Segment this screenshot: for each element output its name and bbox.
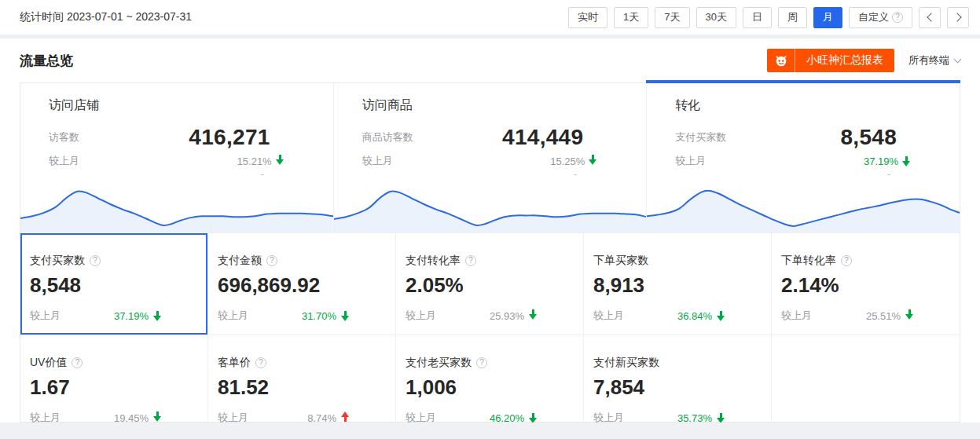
stat-time-label: 统计时间 2023-07-01 ~ 2023-07-31 <box>20 10 192 24</box>
compare-label: 较上月 <box>30 309 61 323</box>
range-button-1day[interactable]: 1天 <box>614 7 648 28</box>
metric-value: 1,006 <box>406 377 583 397</box>
metric-cell-avg-order-value[interactable]: 客单价 81.52 较上月 8.74% <box>208 335 396 421</box>
arrow-down-icon <box>902 156 911 166</box>
terminal-select[interactable]: 所有终端 <box>908 53 960 68</box>
chevron-down-icon <box>954 55 962 63</box>
metric-cell-pay-amount[interactable]: 支付金额 696,869.92 较上月 31.70% <box>208 233 396 335</box>
metric-name: 客单价 <box>218 356 251 370</box>
robot-icon <box>767 49 795 72</box>
card-title: 访问店铺 <box>49 97 333 114</box>
change-percent: 15.21% <box>237 155 272 167</box>
summary-report-label: 小旺神汇总报表 <box>795 53 894 68</box>
metric-value: 2.14% <box>781 275 960 295</box>
help-icon[interactable] <box>90 255 101 266</box>
summary-report-button[interactable]: 小旺神汇总报表 <box>767 49 894 72</box>
metric-cell-pay-conversion[interactable]: 支付转化率 2.05% 较上月 25.93% <box>396 233 584 335</box>
arrow-down-icon <box>905 309 914 320</box>
change-percent: 15.25% <box>550 155 585 167</box>
metric-cell-old-buyers[interactable]: 支付老买家数 1,006 较上月 46.20% <box>396 335 584 421</box>
metric-name: 下单转化率 <box>781 254 836 268</box>
page-background-strip <box>0 423 980 439</box>
metric-label: 支付买家数 <box>675 130 726 145</box>
help-icon[interactable] <box>841 255 852 266</box>
compare-label: 较上月 <box>49 154 79 168</box>
arrow-down-icon <box>153 311 162 321</box>
compare-label: 较上月 <box>406 309 436 323</box>
metric-label: 商品访客数 <box>362 130 413 145</box>
range-button-month[interactable]: 月 <box>813 7 842 28</box>
metric-name: 下单买家数 <box>593 254 648 268</box>
metric-cell-order-conversion[interactable]: 下单转化率 2.14% 较上月 25.51% <box>772 233 960 335</box>
range-button-custom[interactable]: 自定义 <box>849 7 912 28</box>
product-visits-sparkline <box>334 176 647 232</box>
metric-value: 81.52 <box>218 377 395 397</box>
change-percent: 37.19% <box>114 310 149 322</box>
metric-value: 8,548 <box>30 275 207 295</box>
compare-label: 较上月 <box>218 309 248 323</box>
metric-name: 支付金额 <box>218 254 262 268</box>
page-title: 流量总览 <box>20 52 73 70</box>
next-period-button[interactable] <box>947 7 969 28</box>
card-title: 访问商品 <box>362 97 647 114</box>
help-icon[interactable] <box>465 255 476 266</box>
compare-label: 较上月 <box>593 309 624 323</box>
metric-name: 支付新买家数 <box>593 356 659 370</box>
section-header: 流量总览 小旺神汇总报表 所有终端 <box>0 38 980 82</box>
metric-value: 696,869.92 <box>218 275 395 295</box>
card-conversion[interactable]: 转化 支付买家数 8,548 较上月 37.19% - <box>647 83 960 232</box>
arrow-down-icon <box>529 309 538 320</box>
metric-cell-uv-value[interactable]: UV价值 1.67 较上月 19.45% <box>20 335 208 421</box>
range-button-realtime[interactable]: 实时 <box>568 7 607 28</box>
conversion-sparkline <box>647 176 960 232</box>
metric-value: 7,854 <box>593 377 771 397</box>
metric-name: UV价值 <box>30 356 67 370</box>
arrow-down-icon <box>717 413 725 423</box>
compare-label: 较上月 <box>675 154 706 168</box>
help-icon[interactable] <box>255 357 266 368</box>
metric-grid: 支付买家数 8,548 较上月 37.19% 支付金额 696,869.92 较… <box>20 233 960 421</box>
arrow-down-icon <box>341 311 350 321</box>
card-visit-product[interactable]: 访问商品 商品访客数 414,449 较上月 15.25% - <box>334 83 648 232</box>
arrow-down-icon <box>276 155 284 165</box>
change-percent: 36.84% <box>677 310 712 322</box>
range-button-day[interactable]: 日 <box>743 7 772 28</box>
metric-value: 2.05% <box>406 275 583 295</box>
terminal-select-value: 所有终端 <box>908 53 949 68</box>
card-title: 转化 <box>675 97 960 114</box>
metric-cell-new-buyers[interactable]: 支付新买家数 7,854 较上月 35.73% <box>584 335 772 421</box>
change-percent: 25.51% <box>866 310 901 322</box>
metric-name: 支付买家数 <box>30 254 85 268</box>
metric-value: 414,449 <box>502 126 646 148</box>
help-icon[interactable] <box>476 357 487 368</box>
arrow-down-icon <box>529 413 538 423</box>
metric-cell-pay-buyers[interactable]: 支付买家数 8,548 较上月 37.19% <box>20 233 208 335</box>
prev-period-button[interactable] <box>919 7 941 28</box>
range-button-30day[interactable]: 30天 <box>696 7 736 28</box>
overview-cards: 访问店铺 访客数 416,271 较上月 15.21% - <box>20 83 960 233</box>
help-icon[interactable] <box>72 357 83 368</box>
metric-value: 8,913 <box>593 275 771 295</box>
change-percent: 31.70% <box>302 310 336 322</box>
range-button-7day[interactable]: 7天 <box>655 7 689 28</box>
chevron-right-icon <box>952 13 961 21</box>
chevron-left-icon <box>927 13 935 21</box>
change-percent: 25.93% <box>490 310 524 322</box>
arrow-down-icon <box>717 311 725 321</box>
traffic-overview-panel: 访问店铺 访客数 416,271 较上月 15.21% - <box>20 82 960 423</box>
range-button-week[interactable]: 周 <box>778 7 807 28</box>
header-actions: 小旺神汇总报表 所有终端 <box>767 49 960 72</box>
metric-name: 支付转化率 <box>406 254 461 268</box>
card-visit-shop[interactable]: 访问店铺 访客数 416,271 较上月 15.21% - <box>20 83 334 232</box>
help-icon <box>892 12 903 23</box>
compare-label: 较上月 <box>362 154 393 168</box>
arrow-down-icon <box>153 412 162 422</box>
compare-label: 较上月 <box>781 309 812 323</box>
metric-cell-empty <box>772 335 960 421</box>
help-icon[interactable] <box>266 255 277 266</box>
metric-value: 1.67 <box>30 377 207 397</box>
metric-cell-order-buyers[interactable]: 下单买家数 8,913 较上月 36.84% <box>584 233 772 335</box>
arrow-down-icon <box>589 155 597 165</box>
metric-name: 支付老买家数 <box>406 356 472 370</box>
change-percent: 37.19% <box>864 155 898 167</box>
